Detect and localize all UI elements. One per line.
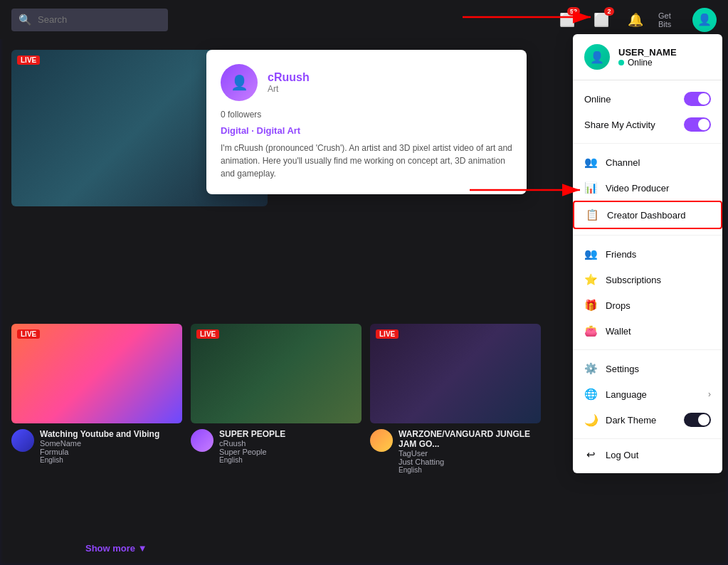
subscriptions-label: Subscriptions xyxy=(606,275,661,285)
language-item[interactable]: 🌐 Language › xyxy=(573,381,722,407)
following-badge: 2 xyxy=(604,7,614,16)
menu-section-3: ⚙️ Settings 🌐 Language › 🌙 Dark Theme xyxy=(573,350,722,439)
show-more-link[interactable]: Show more ▼ xyxy=(85,543,147,554)
streamer-name-3: TagUser xyxy=(399,449,541,458)
game-name-1: Formula xyxy=(40,448,159,456)
subscriptions-icon: ⭐ xyxy=(584,273,597,286)
live-badge-2: LIVE xyxy=(196,329,219,339)
drops-item[interactable]: 🎁 Drops xyxy=(573,292,722,318)
wallet-icon: 👛 xyxy=(584,324,597,337)
bottom-card-1[interactable]: LIVE Watching Youtube and Vibing SomeNam… xyxy=(11,324,182,474)
moon-icon: 🌙 xyxy=(584,413,598,427)
streamer-avatar-3 xyxy=(370,429,393,452)
channel-label: Channel xyxy=(606,157,640,168)
arrow-to-creator-dashboard xyxy=(470,179,591,201)
dropdown-status: Online xyxy=(618,58,677,68)
get-bits-button[interactable]: Get Bits xyxy=(658,9,681,31)
profile-header: 👤 cRuush Art xyxy=(221,64,512,101)
show-more-container[interactable]: Show more ▼ xyxy=(85,540,147,554)
profile-tags: Digital · Digital Art xyxy=(221,125,512,136)
search-bar[interactable]: 🔍 xyxy=(11,9,168,31)
streamer-avatar-1 xyxy=(11,429,34,452)
card-thumb-2: LIVE xyxy=(191,324,362,423)
topbar: 🔍 ⬜ 52 ⬜ 2 🔔 Get Bits 👤 xyxy=(0,0,728,39)
channel-icon: 👥 xyxy=(584,156,597,169)
logout-icon: ↩ xyxy=(584,448,597,461)
profile-name-area: cRuush Art xyxy=(268,71,310,94)
live-badge-1: LIVE xyxy=(17,329,40,339)
bottom-card-2[interactable]: LIVE SUPER PEOPLE cRuush Super People En… xyxy=(191,324,362,474)
dark-theme-toggle[interactable] xyxy=(684,413,711,427)
profile-followers: 0 followers xyxy=(221,110,512,120)
get-bits-label: Get Bits xyxy=(658,11,681,28)
creator-dashboard-icon: 📋 xyxy=(586,208,598,221)
stream-title-3: WARZONE/VANGUARD JUNGLE JAM GO... xyxy=(399,429,541,449)
bottom-card-3[interactable]: LIVE WARZONE/VANGUARD JUNGLE JAM GO... T… xyxy=(370,324,541,474)
share-activity-label: Share My Activity xyxy=(584,120,655,130)
status-dot xyxy=(618,60,624,65)
avatar-letter: 👤 xyxy=(231,74,248,91)
language-label: Language xyxy=(606,389,647,400)
dropdown-header: 👤 USER_NAME Online xyxy=(573,34,722,80)
game-name-3: Just Chatting xyxy=(399,458,541,466)
notifications-button[interactable]: 🔔 xyxy=(624,9,647,31)
profile-popup: 👤 cRuush Art 0 followers Digital · Digit… xyxy=(206,50,527,194)
profile-name: cRuush xyxy=(268,71,310,84)
live-badge-3: LIVE xyxy=(376,329,399,339)
language-chevron: › xyxy=(708,389,711,399)
card-thumb-1: LIVE xyxy=(11,324,182,423)
profile-description: I'm cRuush (pronounced 'Crush'). An arti… xyxy=(221,142,512,180)
stream-title-1: Watching Youtube and Vibing xyxy=(40,429,159,439)
share-activity-row: Share My Activity xyxy=(573,112,722,137)
online-toggle[interactable] xyxy=(684,92,711,106)
wallet-item[interactable]: 👛 Wallet xyxy=(573,318,722,344)
user-avatar-icon: 👤 xyxy=(697,13,712,26)
friends-icon: 👥 xyxy=(584,248,597,260)
lang-3: English xyxy=(399,466,541,474)
search-input[interactable] xyxy=(38,14,161,25)
wallet-label: Wallet xyxy=(606,326,631,337)
settings-icon: ⚙️ xyxy=(584,362,597,375)
logout-label: Log Out xyxy=(606,450,638,460)
game-name-2: Super People xyxy=(219,448,285,456)
dropdown-avatar: 👤 xyxy=(584,44,610,70)
language-icon: 🌐 xyxy=(584,388,597,401)
friends-item[interactable]: 👥 Friends xyxy=(573,241,722,267)
subscriptions-item[interactable]: ⭐ Subscriptions xyxy=(573,267,722,292)
avatar-icon: 👤 xyxy=(590,51,604,64)
dropdown-menu: 👤 USER_NAME Online Online Share My Activ… xyxy=(573,34,722,473)
streamer-info-3: WARZONE/VANGUARD JUNGLE JAM GO... TagUse… xyxy=(399,429,541,474)
online-section: Online Share My Activity xyxy=(573,80,722,144)
user-avatar-button[interactable]: 👤 xyxy=(692,8,717,32)
settings-item[interactable]: ⚙️ Settings xyxy=(573,356,722,381)
drops-icon: 🎁 xyxy=(584,299,597,312)
online-toggle-row: Online xyxy=(573,86,722,112)
logout-item[interactable]: ↩ Log Out xyxy=(573,442,722,468)
dark-theme-row: 🌙 Dark Theme xyxy=(573,407,722,433)
dark-theme-label: Dark Theme xyxy=(606,415,656,426)
bottom-cards-row: LIVE Watching Youtube and Vibing SomeNam… xyxy=(0,324,569,474)
video-producer-label: Video Producer xyxy=(606,183,669,194)
search-icon: 🔍 xyxy=(19,14,32,26)
streamer-name-2: cRuush xyxy=(219,439,285,448)
menu-section-1: 👥 Channel 📊 Video Producer 📋 Creator Das… xyxy=(573,144,722,236)
card-info-2: SUPER PEOPLE cRuush Super People English xyxy=(191,429,362,464)
settings-label: Settings xyxy=(606,364,639,374)
creator-dashboard-item[interactable]: 📋 Creator Dashboard xyxy=(573,201,722,229)
live-badge: LIVE xyxy=(17,56,40,65)
channel-item[interactable]: 👥 Channel xyxy=(573,149,722,175)
dropdown-user-info: USER_NAME Online xyxy=(618,47,677,68)
bell-icon: 🔔 xyxy=(628,12,643,28)
friends-label: Friends xyxy=(606,249,636,260)
arrow-to-avatar xyxy=(463,3,605,31)
drops-label: Drops xyxy=(606,300,631,311)
dark-theme-left: 🌙 Dark Theme xyxy=(584,413,656,427)
creator-dashboard-label: Creator Dashboard xyxy=(607,210,686,221)
card-info-1: Watching Youtube and Vibing SomeName For… xyxy=(11,429,182,464)
lang-1: English xyxy=(40,456,159,464)
video-producer-item[interactable]: 📊 Video Producer xyxy=(573,175,722,201)
online-label: Online xyxy=(584,94,611,105)
share-activity-toggle[interactable] xyxy=(684,117,711,132)
card-info-3: WARZONE/VANGUARD JUNGLE JAM GO... TagUse… xyxy=(370,429,541,474)
dropdown-username: USER_NAME xyxy=(618,47,677,58)
